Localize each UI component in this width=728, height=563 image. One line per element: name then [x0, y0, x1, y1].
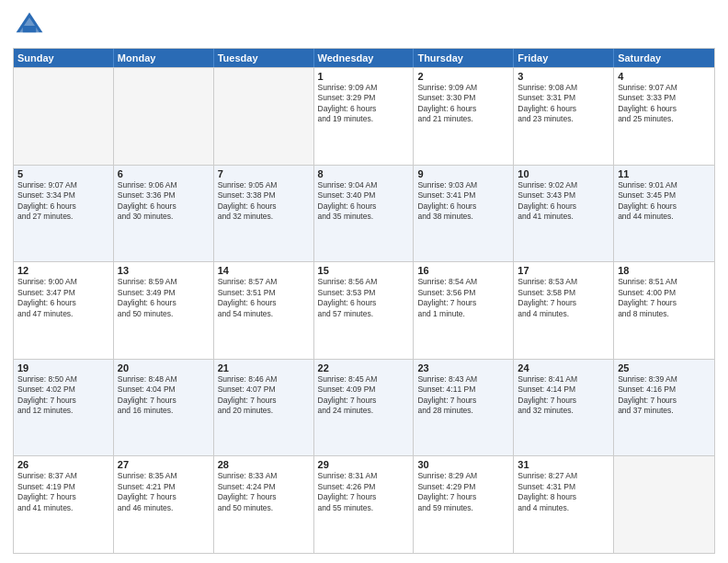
day-info: Sunrise: 8:43 AM Sunset: 4:11 PM Dayligh…: [417, 374, 509, 417]
cal-header-cell: Saturday: [614, 49, 714, 67]
calendar-cell: 4Sunrise: 9:07 AM Sunset: 3:33 PM Daylig…: [614, 68, 714, 165]
day-info: Sunrise: 8:56 AM Sunset: 3:53 PM Dayligh…: [318, 277, 410, 319]
day-number: 15: [318, 265, 410, 276]
day-number: 11: [618, 168, 711, 179]
calendar-cell: 2Sunrise: 9:09 AM Sunset: 3:30 PM Daylig…: [414, 68, 514, 165]
day-info: Sunrise: 8:51 AM Sunset: 4:00 PM Dayligh…: [618, 277, 711, 319]
day-info: Sunrise: 9:04 AM Sunset: 3:40 PM Dayligh…: [318, 180, 410, 223]
day-number: 23: [417, 362, 509, 373]
day-number: 5: [17, 168, 109, 179]
day-number: 20: [118, 362, 210, 373]
day-number: 17: [518, 265, 609, 276]
calendar: SundayMondayTuesdayWednesdayThursdayFrid…: [13, 48, 715, 554]
cal-header-cell: Monday: [114, 49, 214, 67]
calendar-cell: 7Sunrise: 9:05 AM Sunset: 3:38 PM Daylig…: [214, 166, 314, 262]
day-info: Sunrise: 9:07 AM Sunset: 3:34 PM Dayligh…: [17, 180, 109, 223]
calendar-cell: 9Sunrise: 9:03 AM Sunset: 3:41 PM Daylig…: [414, 166, 514, 262]
cal-header-cell: Friday: [514, 49, 614, 67]
calendar-cell: 6Sunrise: 9:06 AM Sunset: 3:36 PM Daylig…: [114, 166, 214, 262]
day-info: Sunrise: 8:46 AM Sunset: 4:07 PM Dayligh…: [218, 374, 310, 417]
calendar-cell: 3Sunrise: 9:08 AM Sunset: 3:31 PM Daylig…: [514, 68, 614, 165]
day-info: Sunrise: 8:39 AM Sunset: 4:16 PM Dayligh…: [618, 374, 711, 417]
calendar-cell: 17Sunrise: 8:53 AM Sunset: 3:58 PM Dayli…: [514, 262, 614, 359]
calendar-cell: 19Sunrise: 8:50 AM Sunset: 4:02 PM Dayli…: [14, 360, 114, 456]
calendar-row: 1Sunrise: 9:09 AM Sunset: 3:29 PM Daylig…: [14, 67, 714, 165]
calendar-cell: 26Sunrise: 8:37 AM Sunset: 4:19 PM Dayli…: [14, 456, 114, 553]
calendar-cell: 25Sunrise: 8:39 AM Sunset: 4:16 PM Dayli…: [614, 360, 714, 456]
day-number: 8: [318, 168, 410, 179]
day-info: Sunrise: 8:53 AM Sunset: 3:58 PM Dayligh…: [518, 277, 609, 319]
day-number: 14: [218, 265, 310, 276]
day-info: Sunrise: 9:07 AM Sunset: 3:33 PM Dayligh…: [618, 83, 711, 125]
calendar-cell: 12Sunrise: 9:00 AM Sunset: 3:47 PM Dayli…: [14, 262, 114, 359]
day-info: Sunrise: 8:45 AM Sunset: 4:09 PM Dayligh…: [318, 374, 410, 417]
day-info: Sunrise: 8:35 AM Sunset: 4:21 PM Dayligh…: [118, 471, 210, 513]
day-info: Sunrise: 9:00 AM Sunset: 3:47 PM Dayligh…: [17, 277, 109, 319]
svg-rect-2: [23, 26, 36, 32]
calendar-row: 26Sunrise: 8:37 AM Sunset: 4:19 PM Dayli…: [14, 455, 714, 553]
day-info: Sunrise: 8:27 AM Sunset: 4:31 PM Dayligh…: [518, 471, 609, 513]
calendar-cell: 24Sunrise: 8:41 AM Sunset: 4:14 PM Dayli…: [514, 360, 614, 456]
day-info: Sunrise: 9:09 AM Sunset: 3:29 PM Dayligh…: [318, 83, 410, 125]
day-info: Sunrise: 9:01 AM Sunset: 3:45 PM Dayligh…: [618, 180, 711, 223]
page: SundayMondayTuesdayWednesdayThursdayFrid…: [0, 0, 728, 563]
day-info: Sunrise: 9:08 AM Sunset: 3:31 PM Dayligh…: [518, 83, 609, 125]
day-number: 26: [17, 459, 109, 470]
calendar-cell: [214, 68, 314, 165]
day-number: 4: [618, 71, 711, 82]
calendar-cell: 22Sunrise: 8:45 AM Sunset: 4:09 PM Dayli…: [314, 360, 415, 456]
day-info: Sunrise: 9:02 AM Sunset: 3:43 PM Dayligh…: [518, 180, 609, 223]
day-info: Sunrise: 8:37 AM Sunset: 4:19 PM Dayligh…: [17, 471, 109, 513]
calendar-cell: 29Sunrise: 8:31 AM Sunset: 4:26 PM Dayli…: [314, 456, 415, 553]
calendar-row: 5Sunrise: 9:07 AM Sunset: 3:34 PM Daylig…: [14, 165, 714, 262]
day-number: 18: [618, 265, 711, 276]
calendar-cell: 30Sunrise: 8:29 AM Sunset: 4:29 PM Dayli…: [414, 456, 514, 553]
day-info: Sunrise: 8:29 AM Sunset: 4:29 PM Dayligh…: [417, 471, 509, 513]
cal-header-cell: Thursday: [414, 49, 514, 67]
day-info: Sunrise: 8:41 AM Sunset: 4:14 PM Dayligh…: [518, 374, 609, 417]
day-info: Sunrise: 8:31 AM Sunset: 4:26 PM Dayligh…: [318, 471, 410, 513]
day-info: Sunrise: 8:54 AM Sunset: 3:56 PM Dayligh…: [417, 277, 509, 319]
day-number: 9: [417, 168, 509, 179]
day-number: 28: [218, 459, 310, 470]
logo: [13, 9, 50, 42]
day-info: Sunrise: 9:09 AM Sunset: 3:30 PM Dayligh…: [417, 83, 509, 125]
cal-header-cell: Wednesday: [314, 49, 415, 67]
day-number: 29: [318, 459, 410, 470]
day-info: Sunrise: 9:06 AM Sunset: 3:36 PM Dayligh…: [118, 180, 210, 223]
calendar-cell: 5Sunrise: 9:07 AM Sunset: 3:34 PM Daylig…: [14, 166, 114, 262]
cal-header-cell: Sunday: [14, 49, 114, 67]
day-info: Sunrise: 9:05 AM Sunset: 3:38 PM Dayligh…: [218, 180, 310, 223]
day-number: 12: [17, 265, 109, 276]
calendar-body: 1Sunrise: 9:09 AM Sunset: 3:29 PM Daylig…: [14, 67, 714, 553]
calendar-cell: 27Sunrise: 8:35 AM Sunset: 4:21 PM Dayli…: [114, 456, 214, 553]
calendar-cell: [114, 68, 214, 165]
calendar-header: SundayMondayTuesdayWednesdayThursdayFrid…: [14, 49, 714, 67]
calendar-cell: [614, 456, 714, 553]
day-number: 27: [118, 459, 210, 470]
calendar-cell: 31Sunrise: 8:27 AM Sunset: 4:31 PM Dayli…: [514, 456, 614, 553]
day-number: 3: [518, 71, 609, 82]
calendar-cell: 18Sunrise: 8:51 AM Sunset: 4:00 PM Dayli…: [614, 262, 714, 359]
day-number: 1: [318, 71, 410, 82]
day-number: 30: [417, 459, 509, 470]
day-info: Sunrise: 9:03 AM Sunset: 3:41 PM Dayligh…: [417, 180, 509, 223]
day-info: Sunrise: 8:57 AM Sunset: 3:51 PM Dayligh…: [218, 277, 310, 319]
day-number: 21: [218, 362, 310, 373]
day-number: 24: [518, 362, 609, 373]
calendar-cell: 20Sunrise: 8:48 AM Sunset: 4:04 PM Dayli…: [114, 360, 214, 456]
calendar-cell: [14, 68, 114, 165]
day-info: Sunrise: 8:59 AM Sunset: 3:49 PM Dayligh…: [118, 277, 210, 319]
calendar-cell: 1Sunrise: 9:09 AM Sunset: 3:29 PM Daylig…: [314, 68, 415, 165]
calendar-cell: 11Sunrise: 9:01 AM Sunset: 3:45 PM Dayli…: [614, 166, 714, 262]
day-number: 7: [218, 168, 310, 179]
calendar-row: 12Sunrise: 9:00 AM Sunset: 3:47 PM Dayli…: [14, 261, 714, 359]
calendar-cell: 10Sunrise: 9:02 AM Sunset: 3:43 PM Dayli…: [514, 166, 614, 262]
calendar-cell: 14Sunrise: 8:57 AM Sunset: 3:51 PM Dayli…: [214, 262, 314, 359]
day-number: 19: [17, 362, 109, 373]
day-number: 13: [118, 265, 210, 276]
day-number: 31: [518, 459, 609, 470]
cal-header-cell: Tuesday: [214, 49, 314, 67]
day-number: 22: [318, 362, 410, 373]
day-number: 25: [618, 362, 711, 373]
